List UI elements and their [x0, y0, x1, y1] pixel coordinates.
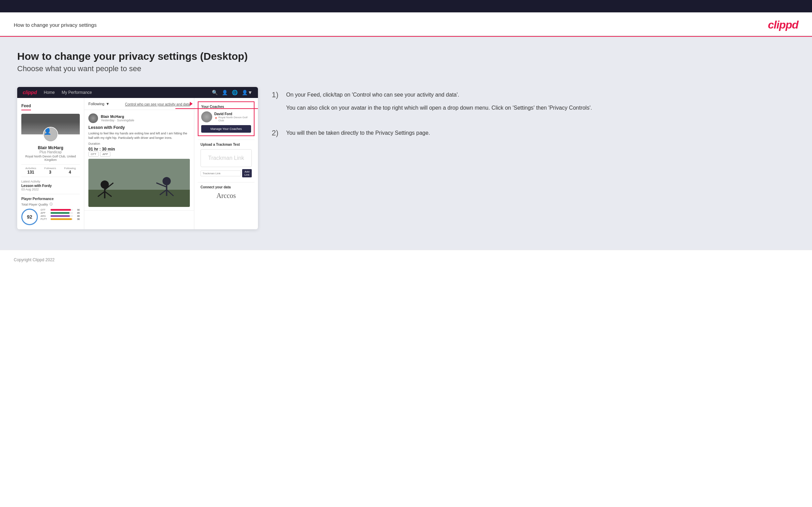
stat-followers: Followers 3	[44, 167, 56, 175]
quality-bars: OTT 90 APP 85	[41, 209, 80, 225]
post-duration-label: Duration	[88, 142, 190, 145]
post-tags: OTT APP	[88, 152, 190, 157]
tag-app: APP	[100, 152, 110, 157]
quality-circle: 92	[21, 209, 38, 225]
profile-banner: 👤	[21, 114, 80, 134]
header: How to change your privacy settings clip…	[0, 12, 812, 36]
location-icon: 📍	[214, 117, 218, 120]
user-icon[interactable]: 👤	[222, 90, 228, 95]
chevron-down-icon: ▼	[106, 102, 109, 106]
instruction-2-number: 2)	[272, 129, 282, 142]
svg-marker-0	[190, 102, 193, 106]
quality-row: 92 OTT 90 APP	[21, 209, 80, 225]
nav-my-performance[interactable]: My Performance	[62, 90, 92, 95]
coach-avatar	[201, 111, 212, 122]
stat-following-label: Following	[64, 167, 76, 170]
post-header: Blair McHarg Yesterday · Sunningdale	[88, 113, 190, 123]
coach-item: David Ford 📍 Royal North Devon Golf Club	[201, 111, 251, 122]
app-logo: clippd	[23, 90, 37, 95]
perf-title: Player Performance	[21, 197, 80, 201]
latest-activity-name: Lesson with Fordy	[21, 184, 80, 188]
instruction-2-text-part-1: You will then be taken directly to the P…	[286, 129, 430, 137]
stat-activities-value: 131	[25, 170, 36, 175]
stat-activities: Activities 131	[25, 167, 36, 175]
bar-app: APP 85	[41, 212, 80, 214]
manage-coaches-button[interactable]: Manage Your Coaches	[201, 125, 251, 133]
trackman-input[interactable]	[201, 170, 241, 176]
top-bar	[0, 0, 812, 12]
app-sidebar: Feed 👤 Blair McHarg Plus Handicap Royal …	[17, 98, 84, 229]
footer: Copyright Clippd 2022	[0, 250, 812, 269]
content-row: clippd Home My Performance 🔍 👤 🌐 👤▼ Feed	[17, 87, 795, 229]
control-link[interactable]: Control who can see your activity and da…	[125, 102, 190, 106]
instructions: 1) On your Feed, click/tap on 'Control w…	[272, 87, 795, 154]
app-mockup: clippd Home My Performance 🔍 👤 🌐 👤▼ Feed	[17, 87, 258, 229]
add-link-button[interactable]: Add Link	[242, 169, 252, 177]
profile-tag: Plus Handicap	[21, 150, 80, 154]
right-arrow-icon	[190, 102, 193, 106]
post-title: Lesson with Fordy	[88, 125, 190, 130]
coach-info: David Ford 📍 Royal North Devon Golf Club	[214, 112, 251, 122]
app-body: Feed 👤 Blair McHarg Plus Handicap Royal …	[17, 98, 258, 229]
instruction-2-text: You will then be taken directly to the P…	[286, 129, 430, 142]
main-content: How to change your privacy settings (Des…	[0, 37, 812, 250]
instruction-1: 1) On your Feed, click/tap on 'Control w…	[272, 90, 795, 116]
globe-icon[interactable]: 🌐	[232, 90, 238, 95]
trackman-placeholder: Trackman Link	[204, 155, 249, 161]
app-nav-icons: 🔍 👤 🌐 👤▼	[212, 90, 252, 95]
latest-activity-label: Latest Activity	[21, 180, 80, 183]
search-icon[interactable]: 🔍	[212, 90, 218, 95]
stat-followers-value: 3	[44, 170, 56, 175]
post-duration-value: 01 hr : 30 min	[88, 147, 190, 152]
upload-section-title: Upload a Trackman Test	[201, 143, 252, 146]
header-title: How to change your privacy settings	[14, 22, 97, 28]
instruction-1-text-part-1: On your Feed, click/tap on 'Control who …	[286, 90, 592, 99]
nav-home[interactable]: Home	[44, 90, 55, 95]
feed-header: Following ▼ Control who can see your act…	[84, 98, 194, 110]
feed-tab[interactable]: Feed	[21, 102, 31, 110]
app-right: Your Coaches David Ford 📍 Royal North De…	[194, 98, 258, 229]
post-card: Blair McHarg Yesterday · Sunningdale Les…	[84, 110, 194, 211]
stat-activities-label: Activities	[25, 167, 36, 170]
connect-section: Connect your data Arccos	[198, 182, 255, 202]
svg-point-9	[163, 177, 171, 185]
app-mockup-wrapper: clippd Home My Performance 🔍 👤 🌐 👤▼ Feed	[17, 87, 258, 229]
profile-name: Blair McHarg	[21, 145, 80, 150]
post-meta: Yesterday · Sunningdale	[101, 119, 134, 122]
coach-club: 📍 Royal North Devon Golf Club	[214, 116, 251, 122]
upload-section: Upload a Trackman Test Trackman Link Add…	[198, 140, 255, 180]
trackman-input-row: Add Link	[201, 169, 252, 177]
stat-following-value: 4	[64, 170, 76, 175]
profile-club: Royal North Devon Golf Club, United King…	[21, 155, 80, 162]
info-icon: ⓘ	[50, 202, 53, 207]
latest-activity-date: 03 Aug 2022	[21, 188, 80, 191]
trackman-box: Trackman Link	[201, 149, 252, 167]
logo: clippd	[768, 19, 798, 31]
tag-ott: OTT	[88, 152, 99, 157]
profile-stats: Activities 131 Followers 3 Following 4	[21, 164, 80, 177]
stat-following: Following 4	[64, 167, 76, 175]
instruction-1-text-part-2: You can also click on your avatar in the…	[286, 103, 592, 112]
page-subtitle: Choose what you want people to see	[17, 64, 795, 73]
following-button[interactable]: Following ▼	[88, 102, 109, 106]
bar-arg: ARG 86	[41, 215, 80, 217]
coaches-section: Your Coaches David Ford 📍 Royal North De…	[198, 102, 254, 135]
control-link-wrapper: Control who can see your activity and da…	[125, 101, 190, 107]
instruction-1-number: 1)	[272, 90, 282, 116]
coach-name: David Ford	[214, 112, 251, 116]
instruction-1-text: On your Feed, click/tap on 'Control who …	[286, 90, 592, 116]
avatar: 👤	[43, 127, 58, 142]
post-author-info: Blair McHarg Yesterday · Sunningdale	[101, 114, 134, 122]
bar-putt: PUTT 96	[41, 218, 80, 220]
arccos-brand: Arccos	[201, 192, 252, 200]
coaches-box-highlighted: Your Coaches David Ford 📍 Royal North De…	[198, 101, 255, 136]
post-author-name: Blair McHarg	[101, 114, 134, 119]
post-avatar	[88, 113, 98, 123]
page-title: How to change your privacy settings (Des…	[17, 51, 795, 62]
footer-text: Copyright Clippd 2022	[14, 257, 55, 262]
app-nav: clippd Home My Performance 🔍 👤 🌐 👤▼	[17, 87, 258, 98]
avatar-image: 👤	[44, 128, 57, 141]
post-image	[88, 159, 190, 207]
instruction-2: 2) You will then be taken directly to th…	[272, 129, 795, 142]
avatar-icon[interactable]: 👤▼	[242, 90, 252, 95]
